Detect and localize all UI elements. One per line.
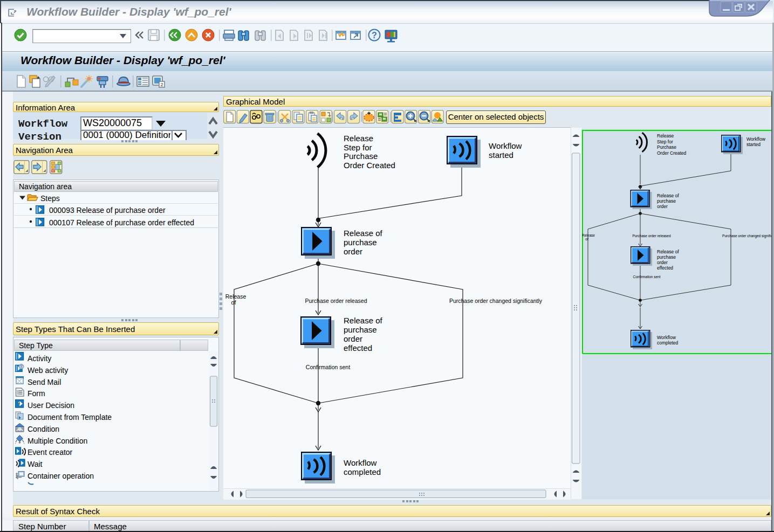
svg-text:completed: completed <box>657 340 678 346</box>
svg-text:order: order <box>344 247 362 256</box>
svg-text:Purchase order changed signifi: Purchase order changed significantly <box>449 298 543 304</box>
svg-text:Release of: Release of <box>344 229 383 238</box>
svg-text:effected: effected <box>657 265 673 271</box>
svg-text:purchase: purchase <box>344 325 377 334</box>
svg-text:Purchase order released: Purchase order released <box>632 234 671 238</box>
svg-text:order: order <box>657 260 668 265</box>
svg-text:Confirmation sent: Confirmation sent <box>306 364 350 370</box>
svg-text:Release: Release <box>657 133 674 139</box>
svg-text:started: started <box>489 150 513 160</box>
svg-text:of: of <box>585 237 588 241</box>
svg-text:Release: Release <box>344 134 373 143</box>
svg-text:purchase: purchase <box>657 254 676 260</box>
svg-text:effected: effected <box>344 343 372 353</box>
svg-text:Release of: Release of <box>657 249 679 254</box>
svg-text:Workflow: Workflow <box>746 136 766 142</box>
svg-text:Purchase order changed signif: Purchase order changed significant <box>722 234 773 238</box>
svg-text:Confirmation sent: Confirmation sent <box>633 275 661 279</box>
svg-text:Release of: Release of <box>344 316 383 325</box>
svg-text:of: of <box>231 299 236 306</box>
svg-text:Workflow: Workflow <box>489 141 522 150</box>
svg-text:Step for: Step for <box>657 139 673 144</box>
svg-text:2: 2 <box>160 82 163 87</box>
svg-text:Workflow: Workflow <box>344 458 377 467</box>
svg-text:Release: Release <box>582 233 595 237</box>
svg-text:completed: completed <box>344 467 381 476</box>
svg-text:Step for: Step for <box>344 143 372 152</box>
svg-text:Order Created: Order Created <box>657 150 687 156</box>
svg-text:Purchase: Purchase <box>344 151 378 161</box>
svg-text:purchase: purchase <box>344 238 377 247</box>
svg-text:Purchase order released: Purchase order released <box>305 298 367 304</box>
svg-text:order: order <box>344 334 362 343</box>
svg-text:Purchase: Purchase <box>657 144 676 150</box>
svg-text:Release of: Release of <box>657 193 679 198</box>
svg-text:Workflow: Workflow <box>657 335 676 340</box>
svg-text:order: order <box>657 204 668 209</box>
svg-text:Order Created: Order Created <box>344 161 395 170</box>
svg-text:purchase: purchase <box>657 198 676 204</box>
svg-text:started: started <box>746 142 761 147</box>
svg-text:?: ? <box>372 31 377 40</box>
